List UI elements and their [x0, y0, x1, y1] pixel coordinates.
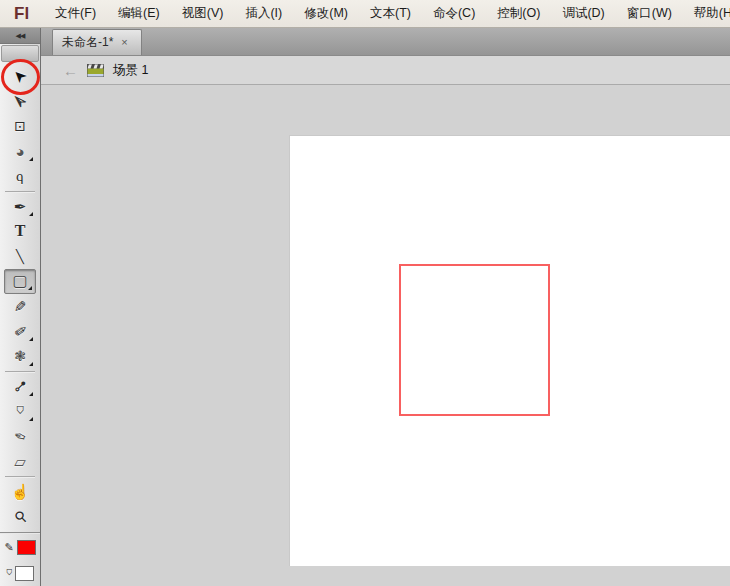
hand-tool[interactable]: ☝ — [4, 479, 36, 504]
scene-label: 场景 1 — [113, 62, 148, 79]
deco-tool[interactable]: ❃ — [4, 344, 36, 369]
zoom-icon: ⚲ — [11, 507, 29, 525]
tools-divider — [5, 476, 35, 477]
fill-color-swatch[interactable] — [15, 566, 34, 581]
rectangle-tool[interactable]: ▢ — [4, 269, 36, 294]
stroke-color-swatch[interactable] — [17, 540, 36, 555]
tools-divider — [5, 371, 35, 372]
text-tool[interactable]: T — [4, 219, 36, 244]
tools-panel-collapse-button[interactable]: ◀◀ — [0, 28, 40, 44]
flash-app-window: Fl 文件(F)编辑(E)视图(V)插入(I)修改(M)文本(T)命令(C)控制… — [0, 0, 730, 586]
stroke-pencil-icon: ✎ — [4, 541, 13, 554]
eraser-icon: ▱ — [14, 454, 26, 469]
bone-icon: ⊶ — [10, 376, 30, 396]
selection-icon: ➤ — [10, 66, 31, 87]
text-icon: T — [15, 223, 26, 239]
document-tab-title: 未命名-1* — [62, 34, 113, 51]
menu-item-edit[interactable]: 编辑(E) — [107, 0, 171, 27]
paint-bucket-tool[interactable]: ⌂ — [4, 399, 36, 424]
tab-close-icon[interactable]: × — [121, 37, 127, 48]
stage[interactable] — [289, 135, 730, 566]
fill-bucket-icon: ⌂ — [6, 567, 13, 579]
paint-bucket-icon: ⌂ — [16, 404, 24, 418]
line-icon: ╲ — [16, 250, 24, 263]
deco-icon: ❃ — [14, 349, 26, 363]
tools-panel: ◀◀ ➤➢⊡◕ρ✒T╲▢✎✐❃⊶⌂✑▱☝⚲ ✎ ⌂ — [0, 28, 41, 586]
colors-section-divider — [0, 532, 40, 533]
menu-bar: Fl 文件(F)编辑(E)视图(V)插入(I)修改(M)文本(T)命令(C)控制… — [0, 0, 730, 28]
zoom-tool[interactable]: ⚲ — [4, 504, 36, 529]
lasso-tool[interactable]: ρ — [4, 164, 36, 189]
flyout-indicator — [28, 286, 32, 290]
stroke-color-control[interactable]: ✎ — [0, 535, 40, 561]
menu-item-control[interactable]: 控制(O) — [486, 0, 551, 27]
bone-tool[interactable]: ⊶ — [4, 374, 36, 399]
document-tab-bar: 未命名-1* × — [41, 28, 730, 56]
menu-item-text[interactable]: 文本(T) — [359, 0, 422, 27]
menu-items: 文件(F)编辑(E)视图(V)插入(I)修改(M)文本(T)命令(C)控制(O)… — [44, 0, 730, 27]
flyout-indicator — [29, 212, 33, 216]
tools-panel-grip[interactable] — [1, 45, 39, 61]
eraser-tool[interactable]: ▱ — [4, 449, 36, 474]
menu-item-commands[interactable]: 命令(C) — [422, 0, 486, 27]
pen-icon: ✒ — [14, 199, 27, 214]
pasteboard[interactable] — [41, 85, 730, 586]
brush-tool[interactable]: ✐ — [4, 319, 36, 344]
lasso-icon: ρ — [16, 169, 24, 184]
eyedropper-tool[interactable]: ✑ — [4, 424, 36, 449]
menu-item-debug[interactable]: 调试(D) — [551, 0, 615, 27]
document-area: 未命名-1* × ← 场景 1 — [41, 28, 730, 586]
flyout-indicator — [29, 362, 33, 366]
fill-color-control[interactable]: ⌂ — [0, 560, 40, 586]
eyedropper-icon: ✑ — [12, 427, 28, 444]
3d-rotation-tool[interactable]: ◕ — [4, 139, 36, 164]
menu-item-modify[interactable]: 修改(M) — [293, 0, 359, 27]
app-logo: Fl — [0, 4, 44, 24]
flyout-indicator — [29, 392, 33, 396]
hand-icon: ☝ — [11, 484, 30, 499]
pencil-tool[interactable]: ✎ — [4, 294, 36, 319]
flyout-indicator — [29, 417, 33, 421]
rectangle-icon: ▢ — [12, 273, 27, 289]
free-transform-tool[interactable]: ⊡ — [4, 114, 36, 139]
pencil-icon: ✎ — [14, 299, 27, 314]
document-tab[interactable]: 未命名-1* × — [52, 29, 142, 55]
brush-icon: ✐ — [12, 323, 27, 340]
back-arrow-icon[interactable]: ← — [63, 63, 78, 78]
tools-list: ➤➢⊡◕ρ✒T╲▢✎✐❃⊶⌂✑▱☝⚲ — [0, 63, 40, 529]
menu-item-window[interactable]: 窗口(W) — [616, 0, 683, 27]
subselection-icon: ➢ — [10, 91, 31, 112]
free-transform-icon: ⊡ — [14, 119, 26, 133]
menu-item-help[interactable]: 帮助(H) — [683, 0, 730, 27]
scene-icon — [87, 64, 104, 77]
subselection-tool[interactable]: ➢ — [4, 89, 36, 114]
menu-item-view[interactable]: 视图(V) — [171, 0, 235, 27]
selection-tool[interactable]: ➤ — [4, 64, 36, 89]
line-tool[interactable]: ╲ — [4, 244, 36, 269]
collapse-arrows-icon: ◀◀ — [16, 32, 25, 40]
menu-item-file[interactable]: 文件(F) — [44, 0, 107, 27]
edit-bar: ← 场景 1 — [41, 56, 730, 85]
flyout-indicator — [29, 157, 33, 161]
pen-tool[interactable]: ✒ — [4, 194, 36, 219]
drawn-rectangle[interactable] — [399, 264, 550, 416]
tools-divider — [5, 191, 35, 192]
menu-item-insert[interactable]: 插入(I) — [234, 0, 293, 27]
flyout-indicator — [29, 337, 33, 341]
3d-rotation-icon: ◕ — [15, 144, 24, 159]
